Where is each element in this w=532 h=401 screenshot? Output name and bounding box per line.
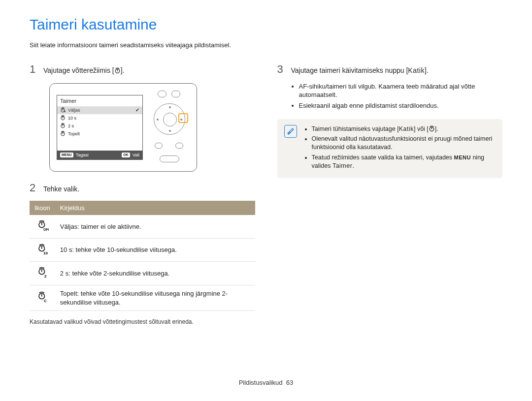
col-desc-header: Kirjeldus [55,201,255,216]
options-table: Ikoon Kirjeldus OFF Väljas: taimer ei ol… [30,201,255,311]
timer-off-icon: OFF [36,219,49,232]
svg-text:OFF: OFF [64,111,66,113]
step-3-number: 3 [277,64,285,75]
intro-text: Siit leiate informatsiooni taimeri seadi… [30,41,502,50]
step-1-text: Vajutage võtterežiimis []. [43,66,124,75]
table-row: 10 10 s: tehke võte 10-sekundilise viitu… [30,238,255,262]
step-3-bullets: AF-sihiku/taimeri tuli vilgub. Kaamera t… [291,82,503,110]
table-note: Kasutatavad valikud võivad võttetingimus… [30,318,255,326]
timer-double-icon [60,131,66,136]
timer-icon [114,67,121,73]
camera-illustration: Taimer OFF Väljas ✔ 10 s 2 s [30,82,255,183]
screen-footer: MENU Tagasi OK Vali [57,151,142,159]
step-2-number: 2 [30,183,37,193]
timer-button-highlight [178,113,188,123]
step-1-number: 1 [30,64,37,75]
table-row: 2 2 s: tehke võte 2-sekundilise viituseg… [30,262,255,285]
svg-text:OFF: OFF [43,228,49,231]
menu-item-double: Topelt [57,130,142,138]
step-2: 2 Tehke valik. [30,183,255,194]
step-3: 3 Vajutage taimeri käivitamiseks nuppu [… [277,64,503,75]
svg-text:2: 2 [44,274,47,278]
menu-button-label: MENU [60,153,73,157]
list-item: Taimeri tühistamiseks vajutage [Katik] v… [312,125,496,133]
timer-icon [429,125,435,132]
page-footer: Pildistusvalikud 63 [0,378,532,387]
timer-10-icon: 10 [36,243,49,255]
col-icon-header: Ikoon [30,201,55,216]
step-1: 1 Vajutage võtterežiimis []. [30,64,255,75]
timer-off-icon: OFF [60,107,66,113]
timer-10-icon [60,115,66,121]
svg-text:10: 10 [43,251,48,255]
page-title: Taimeri kasutamine [30,15,502,35]
menu-item-off: OFF Väljas ✔ [57,106,142,114]
menu-title: Taimer [57,95,142,106]
menu-item-2s: 2 s [57,122,142,130]
note-icon [284,125,297,138]
svg-text:C: C [44,299,47,303]
table-row: OFF Väljas: taimer ei ole aktiivne. [30,215,255,238]
step-3-text: Vajutage taimeri käivitamiseks nuppu [Ka… [291,66,429,75]
list-item: Esiekraanil algab enne pildistamist star… [299,101,503,110]
camera-screen: Taimer OFF Väljas ✔ 10 s 2 s [57,95,143,160]
list-item: Teatud režiimides saate valida ka taimer… [312,154,496,170]
step-2-text: Tehke valik. [43,185,79,194]
list-item: Olenevalt valitud näotuvastusfunktsiooni… [312,135,496,152]
list-item: AF-sihiku/taimeri tuli vilgub. Kaamera t… [299,82,503,99]
info-box: Taimeri tühistamiseks vajutage [Katik] v… [277,119,503,178]
ok-button-label: OK [122,153,130,157]
timer-2-icon [60,123,66,128]
timer-2-icon: 2 [36,266,49,278]
camera-controls [143,84,197,171]
menu-item-10s: 10 s [57,114,142,122]
check-icon: ✔ [135,107,139,114]
timer-double-icon: C [36,290,49,303]
table-row: C Topelt: tehke võte 10-sekundilise viit… [30,285,255,311]
